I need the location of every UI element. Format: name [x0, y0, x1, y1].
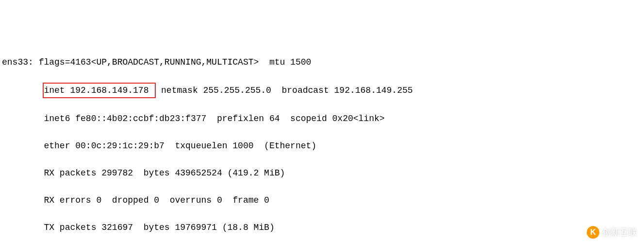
if1-flags: flags=4163<UP,BROADCAST,RUNNING,MULTICAS… — [39, 57, 312, 67]
if1-inet-rest: netmask 255.255.255.0 broadcast 192.168.… — [156, 86, 413, 95]
watermark-logo-icon: K — [587, 226, 599, 239]
if1-ether: ether 00:0c:29:1c:29:b7 txqueuelen 1000 … — [2, 139, 642, 153]
if1-inet-line: inet 192.168.149.178 netmask 255.255.255… — [2, 83, 642, 98]
if1-name: ens33 — [2, 57, 28, 67]
if1-rx-packets: RX packets 299782 bytes 439652524 (419.2… — [2, 166, 642, 180]
if1-inet-highlight: inet 192.168.149.178 — [43, 83, 156, 98]
if1-inet6-post: :db23:f377 prefixlen 64 scopeid 0x20<lin… — [154, 114, 384, 123]
watermark: K 创新互联 — [587, 226, 637, 239]
if1-inet6-line: inet6 fe80::4b02:ccbf:db23:f377 prefixle… — [2, 112, 642, 125]
if1-header: ens33: flags=4163<UP,BROADCAST,RUNNING,M… — [2, 55, 642, 69]
if1-inet6-pre: inet6 fe80::4b02:ccbf — [44, 114, 154, 123]
if1-tx-packets: TX packets 321697 bytes 19769971 (18.8 M… — [2, 221, 642, 234]
if1-rx-errors: RX errors 0 dropped 0 overruns 0 frame 0 — [2, 193, 642, 207]
watermark-text: 创新互联 — [602, 226, 637, 239]
